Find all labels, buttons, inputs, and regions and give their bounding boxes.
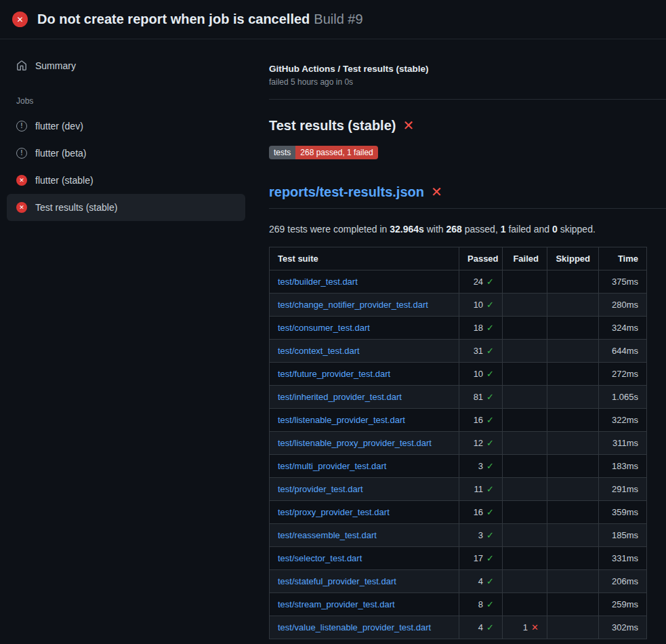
suite-link[interactable]: test/builder_test.dart [278, 277, 358, 287]
failed-count: 1 [523, 622, 528, 632]
time-cell: 375ms [599, 270, 647, 294]
skipped-cell [547, 616, 599, 639]
table-row: test/provider_test.dart11✓291ms [270, 478, 647, 501]
failed-cell [503, 386, 547, 409]
skipped-cell [547, 432, 599, 455]
suite-link[interactable]: test/listenable_proxy_provider_test.dart [278, 438, 432, 448]
check-icon: ✓ [486, 300, 494, 310]
suite-link[interactable]: test/stateful_provider_test.dart [278, 576, 396, 586]
skipped-cell [547, 501, 599, 524]
table-row: test/proxy_provider_test.dart16✓359ms [270, 501, 647, 524]
check-icon: ✓ [486, 599, 494, 609]
passed-count: 18 [474, 323, 483, 333]
sidebar-item-flutter-beta[interactable]: !flutter (beta) [7, 140, 245, 167]
job-label: flutter (stable) [35, 175, 93, 186]
table-row: test/listenable_provider_test.dart16✓322… [270, 409, 647, 432]
column-header-failed: Failed [503, 247, 547, 270]
passed-count: 24 [474, 277, 483, 287]
summary-prefix: 269 tests were completed in [269, 224, 390, 235]
page-body: Summary Jobs !flutter (dev)!flutter (bet… [0, 39, 666, 644]
passed-count: 81 [474, 392, 483, 402]
skipped-cell [547, 478, 599, 501]
failed-cell [503, 294, 547, 317]
suite-link[interactable]: test/change_notifier_provider_test.dart [278, 300, 428, 310]
time-cell: 1.065s [599, 386, 647, 409]
suite-link[interactable]: test/provider_test.dart [278, 484, 363, 494]
time-cell: 206ms [599, 570, 647, 593]
passed-cell: 81✓ [459, 386, 503, 409]
sidebar-item-summary[interactable]: Summary [7, 53, 245, 79]
failed-cell [503, 432, 547, 455]
table-row: test/future_provider_test.dart10✓272ms [270, 363, 647, 386]
failed-cell [503, 409, 547, 432]
suite-link[interactable]: test/stream_provider_test.dart [278, 599, 395, 609]
suite-link[interactable]: test/reassemble_test.dart [278, 530, 377, 540]
summary-failed-count: 1 [501, 224, 506, 235]
table-row: test/reassemble_test.dart3✓185ms [270, 524, 647, 547]
suite-cell: test/listenable_proxy_provider_test.dart [270, 432, 459, 455]
check-icon: ✓ [486, 622, 494, 632]
table-row: test/change_notifier_provider_test.dart1… [270, 294, 647, 317]
failed-cell [503, 570, 547, 593]
suite-cell: test/change_notifier_provider_test.dart [270, 294, 459, 317]
check-icon: ✓ [486, 461, 494, 471]
check-icon: ✓ [486, 576, 494, 586]
run-title: Do not create report when job is cancell… [37, 12, 310, 26]
report-link[interactable]: reports/test-results.json [269, 182, 424, 201]
failed-x-icon: ✕ [431, 185, 442, 199]
badge-label: tests [269, 146, 295, 159]
job-label: flutter (dev) [35, 121, 83, 132]
passed-cell: 16✓ [459, 501, 503, 524]
failed-cell [503, 317, 547, 340]
passed-count: 8 [478, 599, 483, 609]
check-icon: ✓ [486, 323, 494, 333]
table-row: test/stateful_provider_test.dart4✓206ms [270, 570, 647, 593]
time-cell: 302ms [599, 616, 647, 639]
table-row: test/consumer_test.dart18✓324ms [270, 317, 647, 340]
time-cell: 322ms [599, 409, 647, 432]
breadcrumb: GitHub Actions / Test results (stable) [269, 64, 646, 74]
time-cell: 280ms [599, 294, 647, 317]
column-header-test-suite: Test suite [270, 247, 459, 270]
suite-link[interactable]: test/future_provider_test.dart [278, 369, 390, 379]
failed-cell [503, 363, 547, 386]
suite-link[interactable]: test/multi_provider_test.dart [278, 461, 386, 471]
suite-cell: test/provider_test.dart [270, 478, 459, 501]
passed-count: 3 [478, 530, 483, 540]
sidebar-item-test-results-stable[interactable]: ✕Test results (stable) [7, 194, 245, 221]
skipped-cell [547, 340, 599, 363]
suite-cell: test/inherited_provider_test.dart [270, 386, 459, 409]
check-icon: ✓ [486, 530, 494, 540]
sidebar-item-flutter-stable[interactable]: ✕flutter (stable) [7, 167, 245, 194]
sidebar-item-flutter-dev[interactable]: !flutter (dev) [7, 113, 245, 140]
time-cell: 331ms [599, 547, 647, 570]
suite-link[interactable]: test/consumer_test.dart [278, 323, 370, 333]
check-icon: ✓ [486, 415, 494, 425]
column-header-skipped: Skipped [547, 247, 599, 270]
passed-cell: 8✓ [459, 593, 503, 616]
column-header-passed: Passed [459, 247, 503, 270]
suite-link[interactable]: test/inherited_provider_test.dart [278, 392, 402, 402]
summary-duration: 32.964s [390, 224, 424, 235]
tests-badge: tests 268 passed, 1 failed [269, 146, 378, 159]
skipped-cell [547, 593, 599, 616]
passed-cell: 12✓ [459, 432, 503, 455]
suite-link[interactable]: test/context_test.dart [278, 346, 360, 356]
job-label: flutter (beta) [35, 148, 86, 159]
divider [269, 208, 666, 209]
failed-x-icon: ✕ [402, 119, 414, 132]
passed-cell: 10✓ [459, 294, 503, 317]
suite-link[interactable]: test/listenable_provider_test.dart [278, 415, 405, 425]
job-label: Test results (stable) [35, 202, 117, 213]
results-table: Test suitePassedFailedSkippedTime test/b… [269, 247, 647, 639]
passed-cell: 17✓ [459, 547, 503, 570]
suite-link[interactable]: test/selector_test.dart [278, 553, 362, 563]
table-row: test/stream_provider_test.dart8✓259ms [270, 593, 647, 616]
summary-passed-text: passed, [462, 224, 501, 235]
suite-link[interactable]: test/proxy_provider_test.dart [278, 507, 390, 517]
time-cell: 644ms [599, 340, 647, 363]
section-title: Test results (stable) ✕ [269, 116, 646, 135]
failed-cell [503, 524, 547, 547]
suite-link[interactable]: test/value_listenable_provider_test.dart [278, 622, 431, 632]
suite-cell: test/proxy_provider_test.dart [270, 501, 459, 524]
